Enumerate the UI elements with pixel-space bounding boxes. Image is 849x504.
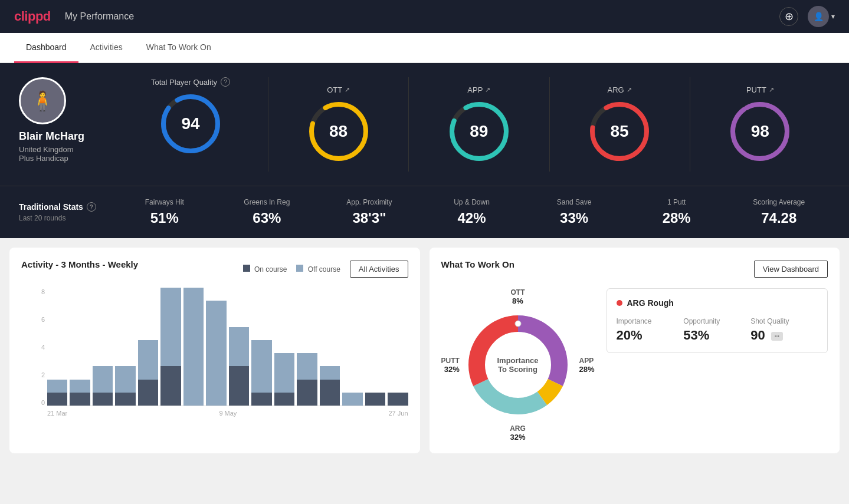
scores-section: OTT ↗ 88 APP ↗: [268, 77, 830, 172]
bar-off-course: [70, 380, 90, 393]
bar-group: [297, 288, 317, 406]
bar-off-course: [274, 353, 294, 393]
bar-group: [47, 288, 67, 406]
bar-group: [115, 288, 135, 406]
putt-value: 98: [751, 122, 769, 141]
user-menu-button[interactable]: 👤 ▾: [808, 6, 835, 27]
ott-label: OTT ↗: [327, 85, 350, 94]
putt-donut-label: PUTT 32%: [441, 357, 460, 374]
putt-score-card: PUTT ↗ 98: [690, 77, 830, 172]
bar-group: [274, 288, 294, 406]
bar-off-course: [160, 288, 181, 366]
header-left: clippd My Performance: [14, 9, 134, 24]
tab-what-to-work-on[interactable]: What To Work On: [135, 33, 223, 63]
bar-on-course: [138, 380, 158, 406]
user-menu-arrow: ▾: [831, 12, 835, 21]
app-logo: clippd: [14, 9, 51, 24]
bar-group: [93, 288, 113, 406]
stat-fairways-hit: Fairways Hit 51%: [113, 198, 216, 226]
app-header: clippd My Performance ⊕ 👤 ▾: [0, 0, 849, 33]
player-name: Blair McHarg: [19, 130, 113, 143]
main-tabs: Dashboard Activities What To Work On: [0, 33, 849, 63]
performance-panel: 🧍 Blair McHarg United Kingdom Plus Handi…: [0, 63, 849, 186]
bar-group: [160, 288, 181, 406]
stats-info-icon[interactable]: ?: [87, 202, 96, 212]
bar-group: [342, 288, 362, 406]
importance-metric: Importance 20%: [617, 317, 684, 343]
shot-quality-tag: ···: [771, 332, 783, 341]
stat-app-proximity: App. Proximity 38'3": [318, 198, 421, 226]
tab-dashboard[interactable]: Dashboard: [14, 33, 78, 63]
info-icon[interactable]: ?: [221, 77, 230, 87]
ott-arrow-icon: ↗: [345, 86, 350, 94]
bar-group: [388, 288, 408, 406]
bottom-section: Activity - 3 Months - Weekly On course O…: [0, 238, 849, 463]
opportunity-metric: Opportunity 53%: [683, 317, 750, 343]
arg-rough-title: ARG Rough: [617, 298, 818, 308]
ott-value: 88: [329, 122, 348, 141]
detail-metrics: Importance 20% Opportunity 53% Shot Qual…: [617, 317, 818, 343]
bar-on-course: [160, 366, 181, 406]
bar-on-course: [388, 393, 408, 406]
svg-point-16: [515, 321, 521, 327]
arg-value: 85: [611, 122, 629, 141]
stats-row: Traditional Stats ? Last 20 rounds Fairw…: [0, 186, 849, 238]
bar-on-course: [297, 380, 317, 406]
bar-off-course: [115, 366, 135, 392]
arg-circle: 85: [587, 99, 652, 164]
all-activities-button[interactable]: All Activities: [350, 261, 408, 278]
donut-center-text: Importance To Scoring: [497, 356, 538, 374]
bar-on-course: [229, 366, 249, 406]
chart-header: Activity - 3 Months - Weekly On course O…: [21, 259, 408, 279]
arg-arrow-icon: ↗: [627, 86, 632, 94]
arg-rough-card: ARG Rough Importance 20% Opportunity 53%…: [607, 288, 828, 353]
legend-on-course: On course: [243, 265, 287, 274]
wtwo-header: What To Work On View Dashboard: [441, 259, 828, 279]
arg-donut-label: ARG 32%: [510, 424, 526, 442]
total-quality-label: Total Player Quality ?: [151, 77, 230, 87]
bar-on-course: [47, 393, 67, 406]
bar-off-course: [183, 288, 204, 406]
user-avatar: 👤: [808, 6, 829, 27]
y-axis: 8 6 4 2 0: [35, 288, 47, 406]
bar-on-course: [320, 380, 340, 406]
total-quality-section: Total Player Quality ? 94: [137, 77, 244, 156]
wtwo-content: OTT 8% APP 28% ARG 32% PUTT: [441, 288, 828, 442]
player-section: 🧍 Blair McHarg United Kingdom Plus Handi…: [19, 77, 830, 172]
bar-off-course: [342, 393, 362, 406]
tab-activities[interactable]: Activities: [78, 33, 135, 63]
player-handicap: Plus Handicap: [19, 154, 113, 163]
bar-off-course: [138, 340, 158, 380]
bar-group: [206, 288, 226, 406]
wtwo-title: What To Work On: [441, 259, 514, 269]
what-to-work-on-panel: What To Work On View Dashboard OTT 8% AP…: [430, 248, 840, 453]
stats-title: Traditional Stats ?: [19, 202, 113, 212]
arg-rough-dot: [617, 300, 622, 306]
activity-chart-panel: Activity - 3 Months - Weekly On course O…: [9, 248, 420, 453]
player-avatar: 🧍: [19, 77, 66, 124]
bar-group: [183, 288, 204, 406]
ott-circle: 88: [306, 99, 371, 164]
bar-group: [138, 288, 158, 406]
header-right: ⊕ 👤 ▾: [779, 6, 835, 27]
bar-group: [320, 288, 340, 406]
donut-svg-container: Importance To Scoring: [459, 306, 577, 424]
off-course-dot: [296, 265, 303, 272]
bar-chart-with-axis: 8 6 4 2 0: [35, 288, 408, 406]
add-button[interactable]: ⊕: [779, 7, 798, 26]
bar-group: [365, 288, 385, 406]
donut-with-labels: OTT 8% APP 28% ARG 32% PUTT: [441, 288, 595, 442]
arg-label: ARG ↗: [608, 85, 632, 94]
view-dashboard-button[interactable]: View Dashboard: [754, 261, 828, 278]
stat-scoring-average: Scoring Average 74.28: [727, 198, 830, 226]
wtwo-detail: ARG Rough Importance 20% Opportunity 53%…: [607, 288, 828, 442]
putt-arrow-icon: ↗: [769, 86, 774, 94]
total-quality-value: 94: [181, 114, 199, 133]
chart-title: Activity - 3 Months - Weekly: [21, 259, 138, 269]
app-label: APP ↗: [467, 85, 490, 94]
bar-on-course: [274, 393, 294, 406]
legend-off-course: Off course: [296, 265, 340, 274]
app-circle: 89: [447, 99, 512, 164]
bar-off-course: [47, 380, 67, 393]
stat-1-putt: 1 Putt 28%: [625, 198, 728, 226]
